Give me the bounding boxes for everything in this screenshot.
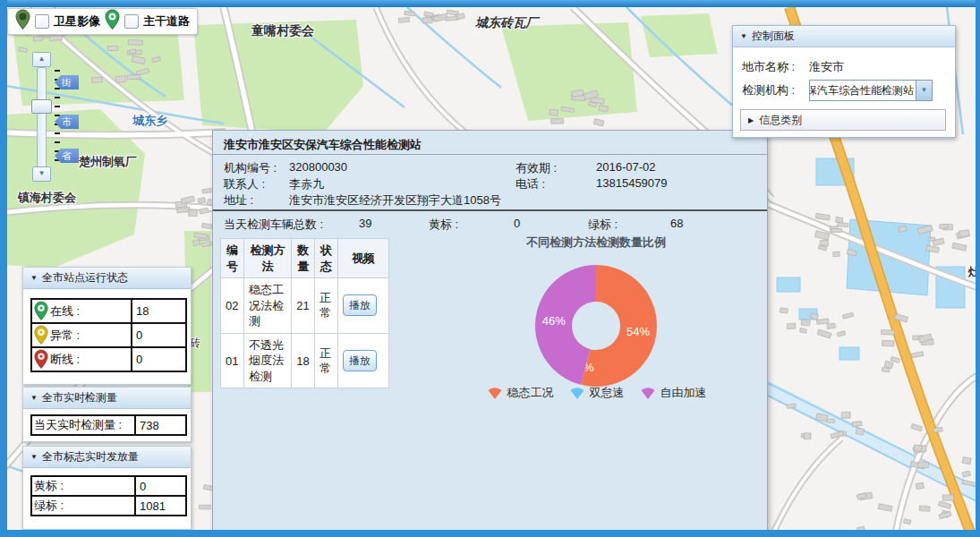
station-status-header[interactable]: ▼ 全市站点运行状态 (23, 268, 191, 289)
satellite-label: 卫星影像 (54, 13, 100, 30)
col-status: 状态 (320, 243, 333, 274)
green-value: 68 (670, 217, 683, 230)
offline-label: 断线 : (50, 352, 80, 368)
map-zoom-control: ▲ ▼ 街 市 省 (30, 50, 82, 183)
org-no-label: 机构编号 : (224, 160, 277, 176)
contact-label: 联系人 : (224, 176, 265, 192)
legend-label: 自由加速 (660, 385, 707, 401)
roads-checkbox[interactable] (124, 14, 139, 29)
offline-value: 0 (131, 348, 185, 371)
control-panel: ▼ 控制面板 地市名称 : 淮安市 检测机构 : 安保汽车综合性能检测站 ▼ ▶… (732, 25, 956, 138)
row1-count: 21 (292, 278, 315, 334)
slice-label: 54% (626, 325, 650, 338)
collapse-triangle-icon: ▼ (30, 394, 38, 402)
map-label-brickyard: 城东砖瓦厂 (474, 15, 541, 31)
realtime-title: 全市实时检测量 (42, 390, 117, 405)
agency-select[interactable]: 安保汽车综合性能检测站 ▼ (809, 80, 933, 101)
badge-header[interactable]: ▼ 全市标志实时发放量 (23, 447, 191, 468)
control-panel-title: 控制面板 (752, 29, 795, 44)
satellite-pin-icon (15, 9, 30, 30)
row2-status: 正常 (320, 345, 333, 377)
city-name-label: 地市名称 : (742, 59, 795, 75)
zoom-tick (55, 141, 60, 143)
zoom-tick (55, 106, 60, 107)
total-value: 39 (359, 217, 371, 230)
addr-value: 淮安市淮安区经济开发区翔宇大道1058号 (289, 192, 501, 209)
total-label: 当天检测车辆总数 : (224, 217, 323, 233)
city-name-value: 淮安市 (809, 59, 844, 75)
row1-no: 02 (221, 278, 244, 334)
yellow-pin-icon (34, 325, 48, 345)
slice-label: 46% (542, 314, 566, 328)
yellow-value: 0 (514, 217, 520, 230)
zoom-in-button[interactable]: ▲ (32, 52, 51, 67)
fan-icon (639, 386, 657, 400)
row2-method: 不透光烟度法检测 (249, 337, 286, 385)
select-arrow-icon[interactable]: ▼ (916, 81, 932, 100)
zoom-tick (55, 97, 60, 98)
layer-toggle-bar: 卫星影像 主干道路 (7, 8, 198, 35)
org-no-value: 320800030 (289, 160, 347, 174)
expand-triangle-icon: ▶ (748, 116, 754, 124)
badge-row-green: 绿标 : 1081 (32, 495, 185, 515)
zoom-slider-track[interactable] (37, 67, 47, 167)
divider (213, 154, 767, 155)
roads-label: 主干道路 (143, 13, 190, 30)
agency-label: 检测机构 : (742, 82, 795, 98)
zoom-tick (55, 115, 60, 116)
row1-method: 稳态工况法检测 (249, 282, 286, 329)
online-value: 18 (131, 300, 185, 322)
realtime-header[interactable]: ▼ 全市实时检测量 (23, 388, 191, 409)
info-category-bar[interactable]: ▶ 信息类别 (740, 109, 946, 131)
map-label-town: 城东乡 (132, 113, 167, 129)
row1-status: 正常 (320, 290, 333, 321)
roads-pin-icon (105, 9, 120, 30)
valid-label: 有效期 : (516, 160, 557, 176)
table-header-row: 编号 检测方法 数量 状态 视频 (221, 239, 389, 278)
status-row-online: 在线 : 18 (32, 300, 185, 322)
col-count: 数量 (296, 243, 310, 274)
yellow-badge-label: 黄标 : (32, 477, 134, 495)
collapse-triangle-icon: ▼ (30, 453, 38, 461)
collapse-triangle-icon: ▼ (740, 32, 747, 40)
row2-no: 01 (221, 333, 244, 388)
status-row-abnormal: 异常 : 0 (32, 322, 185, 346)
zoom-tick (55, 88, 60, 90)
phone-label: 电话 : (516, 176, 545, 192)
satellite-checkbox[interactable] (35, 14, 49, 29)
legend-item-双怠速[interactable]: 双怠速 (568, 385, 625, 401)
realtime-label: 当天实时检测量 : (32, 416, 134, 434)
play-button[interactable]: 播放 (343, 350, 377, 371)
col-method: 检测方法 (249, 243, 286, 274)
badge-title: 全市标志实时发放量 (42, 449, 139, 465)
control-panel-header[interactable]: ▼ 控制面板 (733, 26, 955, 47)
legend-item-自由加速[interactable]: 自由加速 (639, 385, 707, 401)
method-table: 编号 检测方法 数量 状态 视频 02 稳态工况法检测 21 正常 播放 01 … (220, 238, 389, 388)
zoom-slider-handle[interactable] (31, 99, 52, 114)
online-label: 在线 : (50, 303, 80, 320)
info-category-label: 信息类别 (759, 113, 802, 128)
legend-label: 双怠速 (590, 385, 625, 401)
contact-value: 李赤九 (289, 176, 324, 192)
status-row-offline: 断线 : 0 (32, 346, 185, 371)
agency-select-value: 安保汽车综合性能检测站 (810, 81, 916, 100)
zoom-level-city[interactable]: 市 (55, 115, 79, 129)
abnormal-value: 0 (131, 324, 185, 346)
window-frame-top (0, 0, 980, 7)
row2-count: 18 (292, 333, 315, 388)
legend-item-稳态工况[interactable]: 稳态工况 (486, 385, 554, 401)
map-label-village1: 童嘴村委会 (251, 23, 314, 39)
zoom-tick (55, 70, 60, 72)
zoom-out-button[interactable]: ▼ (32, 166, 51, 182)
divider (213, 209, 767, 211)
legend-label: 稳态工况 (507, 385, 554, 401)
realtime-value: 738 (134, 416, 185, 434)
phone-value: 13815459079 (596, 176, 668, 190)
station-popup-title: 淮安市淮安区安保汽车综合性能检测站 (224, 137, 422, 153)
fan-icon (486, 386, 504, 400)
play-button[interactable]: 播放 (343, 294, 377, 316)
green-badge-value: 1081 (134, 497, 185, 515)
collapse-triangle-icon: ▼ (30, 274, 38, 282)
abnormal-label: 异常 : (50, 328, 80, 344)
zoom-tick (55, 132, 60, 134)
